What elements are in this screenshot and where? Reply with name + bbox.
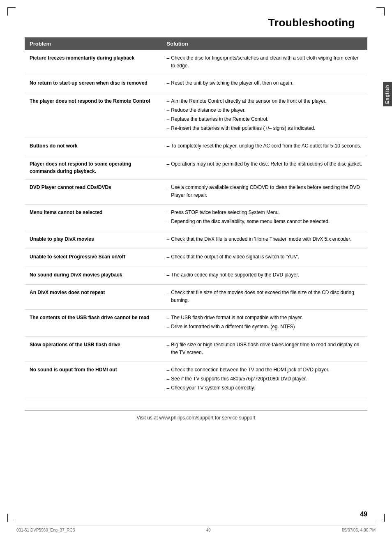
solution-item: –Check that the output of the video sign… <box>167 253 362 261</box>
solution-dash: – <box>167 253 170 261</box>
page-number: 49 <box>360 511 367 518</box>
solution-dash: – <box>167 107 170 115</box>
solution-dash: – <box>167 272 170 279</box>
solution-text: Depending on the disc availability, some… <box>171 218 330 226</box>
solution-text: Drive is formatted with a different file… <box>171 323 295 331</box>
solution-text: Check that file size of the movies does … <box>171 289 362 304</box>
problem-cell-4: Player does not respond to some operatin… <box>25 156 162 179</box>
english-tab: English <box>383 82 392 106</box>
solution-text: Check the disc for fingerprints/scratche… <box>171 54 362 70</box>
solution-cell-11: –The USB flash drive format is not compa… <box>162 310 367 336</box>
problem-cell-0: Picture freezes momentarily during playb… <box>25 50 162 75</box>
table-row: Buttons do not work–To completely reset … <box>25 138 367 156</box>
bottom-center-text: 49 <box>206 528 211 532</box>
solution-cell-4: –Operations may not be permitted by the … <box>162 156 367 179</box>
solution-dash: – <box>167 314 170 322</box>
solution-text: Big file size or high resolution USB fla… <box>171 341 362 357</box>
solution-dash: – <box>167 143 170 150</box>
table-row: Slow operations of the USB flash drive–B… <box>25 336 367 362</box>
table-row: Unable to select Progressive Scan on/off… <box>25 249 367 267</box>
solution-item: –Check your TV system setup correctly. <box>167 384 362 392</box>
footer-line: Visit us at www.philips.com/support for … <box>25 410 367 421</box>
footer-text: Visit us at www.philips.com/support for … <box>136 415 255 421</box>
table-row: An DivX movies does not repeat–Check tha… <box>25 284 367 309</box>
solution-dash: – <box>167 375 170 383</box>
solution-item: –Check the disc for fingerprints/scratch… <box>167 54 362 70</box>
solution-text: The audio codec may not be supported by … <box>171 271 299 279</box>
solution-item: –Check that file size of the movies does… <box>167 289 362 304</box>
solution-text: Use a commonly available cleaning CD/DVD… <box>171 184 362 199</box>
solution-cell-0: –Check the disc for fingerprints/scratch… <box>162 50 367 75</box>
problem-cell-11: The contents of the USB flash drive cann… <box>25 310 162 336</box>
solution-item: –Operations may not be permitted by the … <box>167 160 362 168</box>
solution-dash: – <box>167 289 170 297</box>
table-row: DVD Player cannot read CDs/DVDs–Use a co… <box>25 179 367 204</box>
page-title: Troubleshooting <box>25 16 367 29</box>
solution-dash: – <box>167 218 170 226</box>
solution-text: Press STOP twice before selecting System… <box>171 209 280 216</box>
solution-item: –Reduce the distance to the player. <box>167 106 362 115</box>
corner-mark-br <box>376 514 385 522</box>
table-row: The player does not respond to the Remot… <box>25 93 367 138</box>
solution-item: –Check that the DivX file is encoded in … <box>167 235 362 244</box>
solution-item: –The USB flash drive format is not compa… <box>167 314 362 322</box>
solution-dash: – <box>167 341 170 349</box>
bottom-footer: 001-51 DVP5960_Eng_37_RC3 49 05/07/06, 4… <box>16 525 376 532</box>
solution-cell-2: –Aim the Remote Control directly at the … <box>162 93 367 138</box>
solution-dash: – <box>167 209 170 217</box>
table-row: Picture freezes momentarily during playb… <box>25 50 367 75</box>
solution-text: The USB flash drive format is not compat… <box>171 314 303 322</box>
solution-cell-5: –Use a commonly available cleaning CD/DV… <box>162 179 367 204</box>
solution-text: See if the TV supports this 480p/576p/72… <box>171 375 307 383</box>
solution-cell-7: –Check that the DivX file is encoded in … <box>162 231 367 249</box>
solution-dash: – <box>167 184 170 192</box>
solution-item: –To completely reset the player, unplug … <box>167 142 362 150</box>
problem-cell-9: No sound during DivX movies playback <box>25 267 162 284</box>
solution-item: –Check the connection between the TV and… <box>167 366 362 374</box>
solution-dash: – <box>167 236 170 244</box>
problem-cell-3: Buttons do not work <box>25 138 162 156</box>
solution-item: –The audio codec may not be supported by… <box>167 271 362 279</box>
problem-cell-8: Unable to select Progressive Scan on/off <box>25 249 162 267</box>
solution-dash: – <box>167 116 170 124</box>
problem-cell-10: An DivX movies does not repeat <box>25 284 162 309</box>
solution-item: –Replace the batteries in the Remote Con… <box>167 115 362 124</box>
solution-cell-9: –The audio codec may not be supported by… <box>162 267 367 284</box>
solution-cell-13: –Check the connection between the TV and… <box>162 362 367 398</box>
solution-cell-8: –Check that the output of the video sign… <box>162 249 367 267</box>
table-row: No return to start-up screen when disc i… <box>25 75 367 93</box>
solution-item: –Use a commonly available cleaning CD/DV… <box>167 184 362 199</box>
solution-dash: – <box>167 55 170 62</box>
solution-dash: – <box>167 366 170 374</box>
solution-dash: – <box>167 385 170 392</box>
solution-dash: – <box>167 323 170 331</box>
solution-item: –Re-insert the batteries with their pola… <box>167 124 362 133</box>
problem-cell-6: Menu items cannot be selected <box>25 204 162 231</box>
table-row: Player does not respond to some operatin… <box>25 156 367 179</box>
solution-item: –Reset the unit by switching the player … <box>167 79 362 88</box>
solution-dash: – <box>167 161 170 168</box>
solution-dash: – <box>167 125 170 133</box>
solution-item: –Depending on the disc availability, som… <box>167 218 362 226</box>
table-row: The contents of the USB flash drive cann… <box>25 310 367 336</box>
problem-cell-2: The player does not respond to the Remot… <box>25 93 162 138</box>
problem-cell-1: No return to start-up screen when disc i… <box>25 75 162 93</box>
troubleshooting-table: Problem Solution Picture freezes momenta… <box>25 37 367 398</box>
solution-cell-12: –Big file size or high resolution USB fl… <box>162 336 367 362</box>
bottom-left-text: 001-51 DVP5960_Eng_37_RC3 <box>16 528 75 532</box>
table-row: No sound during DivX movies playback–The… <box>25 267 367 284</box>
solution-text: Operations may not be permitted by the d… <box>171 160 362 168</box>
solution-item: –Press STOP twice before selecting Syste… <box>167 209 362 217</box>
solution-text: Check that the output of the video signa… <box>171 253 299 261</box>
solution-text: Check that the DivX file is encoded in '… <box>171 235 351 243</box>
solution-dash: – <box>167 80 170 88</box>
problem-cell-5: DVD Player cannot read CDs/DVDs <box>25 179 162 204</box>
table-row: Unable to play DivX movies–Check that th… <box>25 231 367 249</box>
solution-cell-10: –Check that file size of the movies does… <box>162 284 367 309</box>
table-row: Menu items cannot be selected–Press STOP… <box>25 204 367 231</box>
solution-text: Check the connection between the TV and … <box>171 366 329 374</box>
solution-cell-3: –To completely reset the player, unplug … <box>162 138 367 156</box>
page-container: English Troubleshooting Problem Solution… <box>0 0 392 555</box>
solution-text: Reduce the distance to the player. <box>171 106 245 114</box>
solution-dash: – <box>167 98 170 106</box>
